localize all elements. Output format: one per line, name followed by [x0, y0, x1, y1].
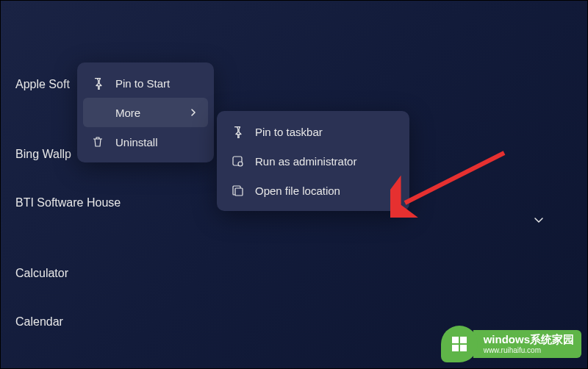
menu-label: Pin to taskbar — [255, 126, 396, 138]
menu-label: Uninstall — [115, 136, 201, 148]
chevron-right-icon — [189, 107, 198, 119]
app-item-bti[interactable]: BTI Software House — [15, 196, 121, 209]
app-item-calculator[interactable]: Calculator — [15, 267, 121, 280]
svg-line-4 — [405, 153, 504, 203]
watermark-logo-icon — [441, 326, 478, 362]
app-item-calendar[interactable]: Calendar — [15, 315, 121, 329]
blank-icon — [90, 105, 105, 120]
menu-label: More — [115, 107, 189, 119]
menu-label: Run as administrator — [255, 155, 396, 168]
trash-icon — [90, 135, 105, 149]
svg-rect-3 — [235, 188, 243, 196]
context-menu-primary: Pin to Start More Uninstall — [77, 62, 214, 162]
watermark-title: windows系统家园 — [484, 333, 574, 346]
folder-icon — [230, 183, 245, 198]
watermark: windows系统家园 www.ruihaifu.com — [441, 326, 581, 362]
watermark-url: www.ruihaifu.com — [484, 346, 574, 355]
menu-item-run-as-admin[interactable]: Run as administrator — [223, 146, 404, 176]
context-menu-submenu: Pin to taskbar Run as administrator Open… — [217, 111, 409, 211]
menu-item-more[interactable]: More — [83, 98, 208, 127]
svg-point-1 — [238, 162, 243, 166]
pin-icon — [90, 76, 105, 90]
menu-label: Open file location — [255, 184, 396, 197]
menu-item-pin-to-start[interactable]: Pin to Start — [83, 68, 208, 98]
watermark-text: windows系统家园 www.ruihaifu.com — [473, 330, 581, 358]
menu-item-open-file-location[interactable]: Open file location — [223, 176, 404, 205]
menu-item-pin-to-taskbar[interactable]: Pin to taskbar — [223, 117, 404, 146]
expand-chevron-icon[interactable] — [533, 214, 545, 229]
menu-label: Pin to Start — [115, 77, 201, 90]
pin-icon — [230, 124, 245, 139]
menu-item-uninstall[interactable]: Uninstall — [83, 127, 208, 157]
shield-icon — [230, 154, 245, 168]
